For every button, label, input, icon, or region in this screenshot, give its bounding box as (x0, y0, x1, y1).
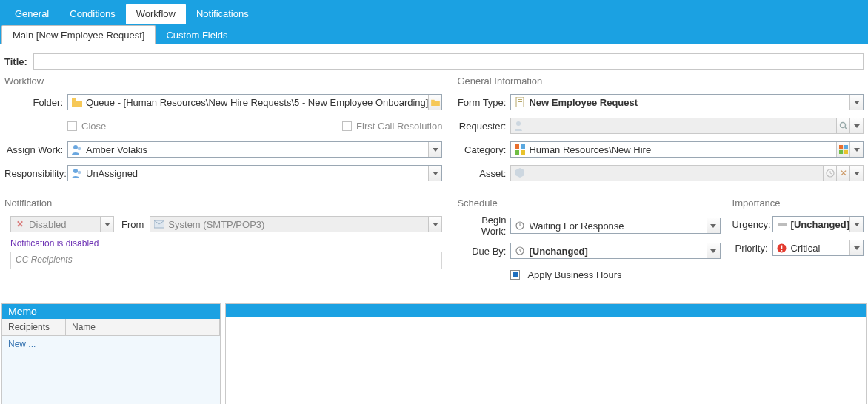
asset-combo[interactable]: ✕ (510, 165, 864, 181)
editor-panel (225, 303, 867, 404)
assign-value: Amber Volakis (86, 144, 428, 155)
urgency-label: Urgency: (732, 219, 772, 230)
editor-body[interactable] (226, 317, 866, 404)
apply-bh-checkbox[interactable] (510, 270, 520, 280)
formtype-value: New Employee Request (529, 97, 849, 108)
legend-notification: Notification (4, 198, 56, 209)
group-icon (71, 167, 83, 179)
memo-col-name[interactable]: Name (66, 319, 220, 335)
tab-conditions[interactable]: Conditions (59, 4, 125, 24)
urgency-value: [Unchanged] (791, 219, 849, 230)
svg-point-2 (78, 147, 81, 151)
svg-point-1 (73, 145, 78, 149)
svg-rect-17 (839, 145, 843, 149)
mail-icon (153, 218, 165, 230)
svg-rect-13 (515, 144, 519, 149)
fcr-checkbox[interactable] (342, 121, 352, 131)
svg-rect-20 (844, 150, 847, 154)
notification-state-combo[interactable]: ✕ Disabled (10, 216, 114, 232)
urgency-dropdown-button[interactable] (849, 217, 863, 232)
due-dropdown-button[interactable] (707, 243, 720, 258)
legend-importance: Importance (732, 198, 785, 209)
clock-icon (514, 220, 526, 232)
urgency-combo[interactable]: [Unchanged] (772, 216, 864, 232)
folder-combo[interactable]: Queue - [Human Resources\New Hire Reques… (67, 94, 442, 110)
fieldset-importance: Importance Urgency: [Unchanged] (732, 198, 864, 294)
title-label: Title: (4, 56, 27, 67)
top-tabstrip: General Conditions Workflow Notification… (0, 0, 868, 24)
folder-icon (71, 96, 83, 108)
from-label: From (121, 219, 144, 230)
category-icon (514, 144, 526, 155)
due-label: Due By: (457, 246, 510, 257)
close-checkbox[interactable] (67, 121, 77, 131)
chevron-down-icon (433, 223, 438, 226)
folder-browse-button[interactable] (428, 95, 441, 110)
requester-search-button[interactable] (836, 118, 849, 133)
category-label: Category: (457, 144, 510, 155)
asset-history-button[interactable] (823, 166, 836, 181)
chevron-down-icon (710, 224, 716, 228)
category-value: Human Resources\New Hire (529, 144, 836, 155)
due-combo[interactable]: [Unchanged] (510, 243, 720, 259)
requester-dropdown-button[interactable] (849, 118, 863, 133)
form-area: Title: Workflow Folder: Queue - [Human R… (0, 44, 868, 299)
memo-new-row[interactable]: New ... (2, 336, 220, 352)
formtype-dropdown-button[interactable] (849, 95, 863, 110)
responsibility-dropdown-button[interactable] (428, 166, 441, 181)
assign-dropdown-button[interactable] (428, 142, 441, 157)
notification-from-dropdown-button[interactable] (428, 217, 441, 232)
subtab-custom-fields[interactable]: Custom Fields (156, 26, 238, 44)
cc-recipients-input[interactable]: CC Recipients (10, 252, 442, 269)
form-icon (514, 96, 526, 108)
responsibility-combo[interactable]: UnAssigned (67, 165, 442, 181)
subtab-main[interactable]: Main [New Employee Request] (1, 25, 156, 44)
fcr-label: First Call Resolution (356, 121, 442, 132)
requester-icon (514, 120, 526, 132)
chevron-down-icon (854, 148, 860, 152)
asset-label: Asset: (457, 168, 510, 179)
x-icon: ✕ (14, 218, 26, 230)
notification-from-combo[interactable]: System (SMTP/POP3) (150, 216, 442, 232)
priority-value: Critical (791, 243, 849, 254)
begin-combo[interactable]: Waiting For Response (510, 218, 720, 234)
tab-general[interactable]: General (4, 4, 59, 24)
chevron-down-icon (854, 124, 860, 128)
begin-dropdown-button[interactable] (707, 218, 720, 233)
category-dropdown-button[interactable] (849, 142, 863, 157)
notification-state-dropdown-button[interactable] (100, 217, 113, 232)
notification-note: Notification is disabled (10, 238, 442, 249)
category-combo[interactable]: Human Resources\New Hire (510, 141, 864, 158)
svg-rect-19 (839, 150, 843, 154)
title-input[interactable] (33, 53, 864, 70)
svg-point-3 (73, 169, 78, 173)
chevron-down-icon (854, 101, 860, 104)
priority-dropdown-button[interactable] (849, 240, 863, 255)
asset-clear-button[interactable]: ✕ (836, 166, 849, 181)
svg-rect-26 (781, 245, 783, 249)
svg-rect-8 (518, 101, 522, 102)
svg-rect-14 (521, 144, 525, 149)
tab-notifications[interactable]: Notifications (186, 4, 259, 24)
memo-panel: Memo Recipients Name New ... (1, 303, 221, 404)
requester-combo[interactable] (510, 118, 864, 134)
formtype-combo[interactable]: New Employee Request (510, 94, 864, 110)
svg-rect-27 (781, 250, 783, 252)
priority-combo[interactable]: Critical (772, 240, 864, 256)
folder-value: Queue - [Human Resources\New Hire Reques… (86, 97, 428, 108)
legend-workflow: Workflow (4, 75, 48, 87)
assign-combo[interactable]: Amber Volakis (67, 141, 442, 158)
tab-workflow[interactable]: Workflow (126, 4, 186, 24)
fieldset-schedule: Schedule Begin Work: Waiting For Respons… (457, 198, 720, 294)
fieldset-general: General Information Form Type: New Emplo… (457, 75, 864, 193)
chevron-down-icon (433, 148, 438, 152)
asset-dropdown-button[interactable] (849, 166, 863, 181)
svg-point-10 (516, 121, 521, 126)
memo-col-recipients[interactable]: Recipients (2, 319, 66, 335)
chevron-down-icon (104, 223, 110, 226)
svg-line-12 (845, 127, 847, 129)
assign-label: Assign Work: (4, 144, 67, 155)
category-browse-button[interactable] (836, 142, 849, 157)
begin-value: Waiting For Response (529, 220, 706, 232)
formtype-label: Form Type: (457, 97, 510, 108)
